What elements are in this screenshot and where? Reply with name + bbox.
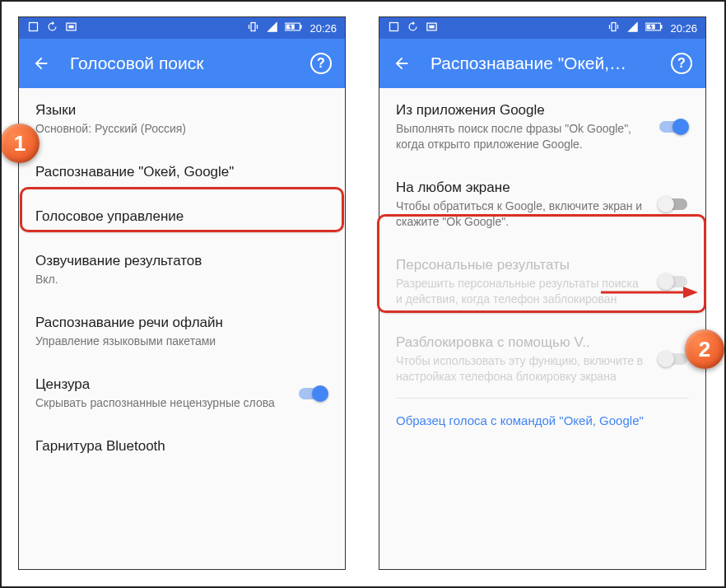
screenshot-icon — [426, 21, 438, 35]
item-title: Персональные результаты — [396, 256, 648, 274]
voice-sample-link[interactable]: Образец голоса с командой "Окей, Google" — [379, 399, 705, 442]
vibrate-icon — [607, 21, 620, 35]
app-bar: Распознавание "Окей,… ? — [379, 39, 705, 88]
item-title: Цензура — [35, 376, 287, 394]
svg-rect-11 — [429, 26, 434, 29]
signal-icon — [266, 21, 278, 35]
status-time: 20:26 — [309, 22, 337, 35]
item-subtitle: Чтобы использовать эту функцию, включите… — [396, 353, 648, 385]
status-time: 20:26 — [670, 22, 697, 35]
settings-item-bluetooth[interactable]: Гарнитура Bluetooth — [19, 424, 345, 469]
svg-rect-12 — [612, 23, 616, 31]
status-bar: 20:26 — [379, 17, 705, 39]
settings-item-offline[interactable]: Распознавание речи офлайн Управление язы… — [19, 301, 345, 362]
settings-list: Языки Основной: Русский (Россия) Распозн… — [19, 88, 345, 569]
svg-rect-7 — [300, 25, 302, 28]
item-title: На любом экране — [396, 179, 648, 197]
toggle-from-app[interactable] — [658, 119, 689, 135]
battery-icon — [285, 21, 303, 35]
item-title: Из приложения Google — [396, 101, 648, 119]
item-title: Гарнитура Bluetooth — [35, 437, 328, 455]
help-icon[interactable]: ? — [310, 53, 332, 74]
item-subtitle: Основной: Русский (Россия) — [35, 121, 328, 137]
vibrate-icon — [247, 21, 259, 35]
sync-icon — [46, 21, 58, 35]
phone-right: 20:26 Распознавание "Окей,… ? Из приложе… — [379, 16, 706, 570]
toggle-personal — [658, 273, 689, 290]
svg-rect-3 — [251, 23, 255, 31]
page-title: Распознавание "Окей,… — [430, 54, 651, 73]
phone-left: 20:26 Голосовой поиск ? Языки Основной: … — [18, 16, 346, 570]
item-subtitle: Чтобы обратиться к Google, включите экра… — [396, 198, 648, 230]
settings-item-tts[interactable]: Озвучивание результатов Вкл. — [19, 239, 345, 301]
help-icon[interactable]: ? — [671, 53, 692, 74]
toggle-unlock — [658, 351, 689, 367]
svg-rect-0 — [30, 23, 38, 31]
item-title: Разблокировка с помощью V.. — [396, 334, 648, 352]
svg-rect-16 — [661, 25, 663, 28]
item-title: Языки — [35, 101, 328, 119]
item-title: Распознавание речи офлайн — [35, 314, 328, 332]
item-title: Распознавание "Окей, Google" — [35, 163, 328, 181]
item-subtitle: Управление языковыми пакетами — [35, 334, 328, 349]
svg-rect-2 — [68, 26, 73, 29]
item-title: Голосовое управление — [35, 208, 328, 226]
back-icon[interactable] — [393, 54, 411, 72]
settings-item-voice-unlock: Разблокировка с помощью V.. Чтобы исполь… — [379, 320, 705, 398]
settings-item-from-google-app[interactable]: Из приложения Google Выполнять поиск пос… — [379, 88, 705, 166]
multiwindow-icon — [27, 21, 40, 35]
battery-icon — [645, 21, 663, 35]
settings-item-personal-results: Персональные результаты Разрешить персон… — [379, 243, 705, 320]
multiwindow-icon — [388, 21, 400, 35]
app-bar: Голосовой поиск ? — [19, 39, 345, 88]
item-subtitle: Скрывать распознанные нецензурные слова — [35, 395, 287, 411]
settings-item-languages[interactable]: Языки Основной: Русский (Россия) — [19, 88, 345, 150]
svg-rect-9 — [390, 23, 398, 31]
item-subtitle: Вкл. — [35, 272, 328, 287]
page-title: Голосовой поиск — [70, 54, 291, 73]
item-subtitle: Разрешить персональные результаты поиска… — [396, 276, 648, 307]
settings-item-ok-google[interactable]: Распознавание "Окей, Google" — [19, 150, 345, 194]
toggle-censor[interactable] — [297, 385, 328, 402]
signal-icon — [626, 21, 639, 35]
item-title: Озвучивание результатов — [35, 252, 328, 270]
settings-list: Из приложения Google Выполнять поиск пос… — [379, 88, 705, 569]
item-subtitle: Выполнять поиск после фразы "Ok Google",… — [396, 121, 648, 152]
status-bar: 20:26 — [19, 17, 345, 39]
settings-item-any-screen[interactable]: На любом экране Чтобы обратиться к Googl… — [379, 166, 705, 243]
back-icon[interactable] — [32, 54, 50, 72]
toggle-any-screen[interactable] — [658, 196, 689, 212]
settings-item-censor[interactable]: Цензура Скрывать распознанные нецензурны… — [19, 362, 345, 424]
sync-icon — [407, 21, 419, 35]
settings-item-voice-control[interactable]: Голосовое управление — [19, 194, 345, 239]
screenshot-icon — [65, 21, 77, 35]
